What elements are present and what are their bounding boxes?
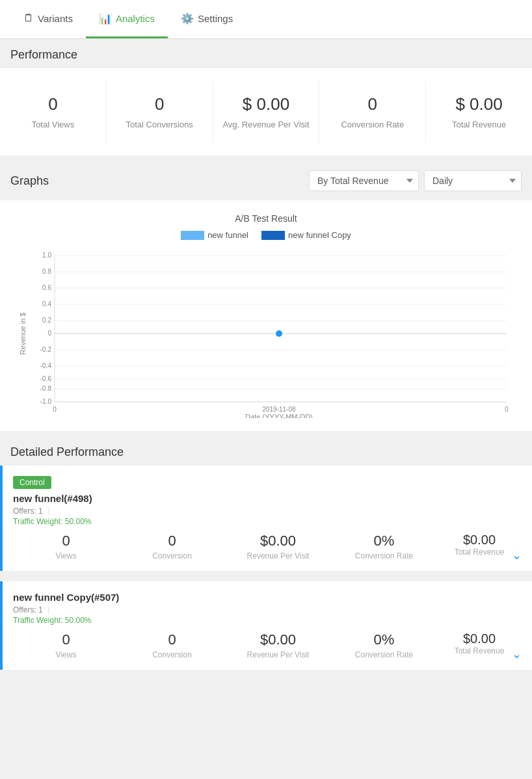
stats-revenue-control: 0 Views 0 Conversion $0.00 Revenue Per V… [13,533,522,561]
svg-text:0: 0 [47,330,51,337]
cr-stat-control: 0% Conversion Rate [331,533,437,561]
legend-item-1: new funnel [181,230,248,240]
svg-text:0.8: 0.8 [42,268,51,275]
total-revenue-value: $ 0.00 [455,94,502,114]
svg-text:1.0: 1.0 [42,252,51,259]
legend-label-2: new funnel Copy [288,230,351,240]
detailed-section: Detailed Performance Control new funnel(… [0,436,532,670]
svg-text:Date (YYYY-MM-DD): Date (YYYY-MM-DD) [245,413,313,418]
rpv-value-copy: $0.00 [260,631,296,648]
variant-name-control: new funnel(#498) [13,493,522,504]
chart-area: Revenue in $ 1.0 0.8 0.6 0.4 0.2 [7,249,525,418]
chart-title: A/B Test Result [7,213,525,224]
variant-name-copy: new funnel Copy(#507) [13,592,522,603]
chart-svg: Revenue in $ 1.0 0.8 0.6 0.4 0.2 [7,249,525,418]
rpv-value-control: $0.00 [260,533,296,549]
svg-text:-0.4: -0.4 [40,362,52,369]
total-revenue-label-copy: Total Revenue [455,646,505,655]
rpv-stat-control: $0.00 Revenue Per Visit [225,533,331,561]
legend-label-1: new funnel [207,230,248,240]
total-views-value: 0 [48,94,57,114]
conversion-stat-copy: 0 Conversion [119,631,225,659]
performance-section: Performance 0 Total Views 0 Total Conver… [0,39,532,156]
conversion-rate-label: Conversion Rate [341,120,404,129]
right-revenue-copy: $0.00 Total Revenue ⌄ [437,631,522,655]
variant-weight-copy: Traffic Weight: 50.00% [13,616,522,625]
conversion-value-copy: 0 [168,631,176,648]
expand-chevron-control[interactable]: ⌄ [512,548,522,562]
graph-filter-dropdown[interactable]: By Total Revenue By Conversion Rate By T… [309,170,419,191]
legend-item-2: new funnel Copy [261,230,351,240]
graphs-header: Graphs By Total Revenue By Conversion Ra… [0,161,532,200]
tab-analytics[interactable]: 📊 Analytics [86,0,168,38]
cr-label-copy: Conversion Rate [355,650,413,659]
stats-revenue-copy: 0 Views 0 Conversion $0.00 Revenue Per V… [13,631,522,659]
svg-text:0.2: 0.2 [42,317,51,324]
settings-icon: ⚙️ [181,12,194,25]
graph-period-dropdown[interactable]: Daily Weekly Monthly [424,170,522,191]
stat-avg-revenue: $ 0.00 Avg. Revenue Per Visit [213,81,320,142]
svg-text:0: 0 [53,406,57,413]
total-revenue-label-control: Total Revenue [455,548,505,557]
graphs-title: Graphs [10,174,304,188]
analytics-icon: 📊 [99,12,112,25]
cr-stat-copy: 0% Conversion Rate [331,631,437,659]
views-label-copy: Views [56,650,77,659]
data-point [276,330,282,337]
total-conversions-value: 0 [155,94,164,114]
svg-text:0.6: 0.6 [42,284,51,291]
variant-meta-copy: Offers: 1 | [13,605,522,614]
views-label-control: Views [56,551,77,561]
tab-analytics-label: Analytics [116,13,155,24]
cr-label-control: Conversion Rate [355,551,413,561]
svg-text:-0.6: -0.6 [40,375,52,382]
conversion-rate-value: 0 [368,94,377,114]
left-stats-copy: 0 Views 0 Conversion $0.00 Revenue Per V… [13,631,437,659]
views-stat-copy: 0 Views [13,631,119,659]
variant-card-copy: new funnel Copy(#507) Offers: 1 | Traffi… [0,581,532,670]
svg-text:2019-11-08: 2019-11-08 [262,406,296,413]
left-stats-control: 0 Views 0 Conversion $0.00 Revenue Per V… [13,533,437,561]
views-value-copy: 0 [62,631,70,648]
svg-text:-0.8: -0.8 [40,385,52,392]
detailed-title: Detailed Performance [0,436,532,466]
conversion-stat-control: 0 Conversion [119,533,225,561]
performance-stats: 0 Total Views 0 Total Conversions $ 0.00… [0,68,532,156]
stat-total-conversions: 0 Total Conversions [107,81,213,142]
chart-container: A/B Test Result new funnel new funnel Co… [0,200,532,431]
stat-conversion-rate: 0 Conversion Rate [319,81,426,142]
tab-variants[interactable]: 🗒 Variants [10,0,86,38]
views-stat-control: 0 Views [13,533,119,561]
svg-text:0.4: 0.4 [42,300,51,308]
views-value-control: 0 [62,533,70,549]
cr-value-copy: 0% [374,631,395,648]
chart-legend: new funnel new funnel Copy [7,230,525,240]
y-axis-label: Revenue in $ [19,313,27,355]
conversion-label-control: Conversion [152,551,192,561]
tab-variants-label: Variants [38,13,73,24]
total-conversions-label: Total Conversions [126,120,193,129]
tab-bar: 🗒 Variants 📊 Analytics ⚙️ Settings [0,0,532,39]
total-views-label: Total Views [32,120,75,129]
total-revenue-label: Total Revenue [452,120,506,129]
total-revenue-value-control: $0.00 [463,533,496,548]
conversion-value-control: 0 [168,533,176,549]
control-badge: Control [13,476,51,489]
tab-settings[interactable]: ⚙️ Settings [168,0,246,38]
stat-total-revenue: $ 0.00 Total Revenue [426,81,532,142]
graphs-section: Graphs By Total Revenue By Conversion Ra… [0,161,532,431]
legend-color-2 [261,231,285,240]
performance-title: Performance [0,39,532,68]
tab-settings-label: Settings [198,13,233,24]
variant-weight-control: Traffic Weight: 50.00% [13,517,522,526]
total-revenue-value-copy: $0.00 [463,631,496,646]
svg-text:0: 0 [505,406,509,413]
rpv-stat-copy: $0.00 Revenue Per Visit [225,631,331,659]
rpv-label-copy: Revenue Per Visit [247,650,310,659]
right-revenue-control: $0.00 Total Revenue ⌄ [437,533,522,557]
svg-text:-0.2: -0.2 [40,346,52,353]
expand-chevron-copy[interactable]: ⌄ [512,647,522,661]
legend-color-1 [181,231,204,240]
avg-revenue-value: $ 0.00 [243,94,289,114]
variant-meta-control: Offers: 1 | [13,507,522,516]
